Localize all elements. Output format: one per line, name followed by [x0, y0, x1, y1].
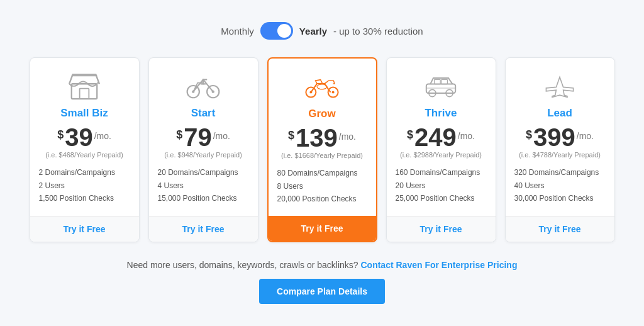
plan-card-grow: Grow $ 139 /mo. (i.e. $1668/Yearly Prepa…: [267, 57, 377, 242]
plan-cta-wrapper: Try it Free: [30, 216, 139, 242]
plan-name-small-biz: Small Biz: [60, 107, 108, 120]
reduction-text: - up to 30% reduction: [333, 26, 423, 37]
svg-point-10: [332, 91, 335, 94]
plan-cta-start[interactable]: Try it Free: [149, 216, 258, 242]
plan-feature: 40 Users: [514, 179, 606, 192]
plan-price-grow: $ 139 /mo.: [288, 125, 356, 150]
plan-cta-small-biz[interactable]: Try it Free: [30, 216, 139, 242]
svg-rect-16: [441, 80, 448, 84]
plan-features: 320 Domains/Campaigns40 Users30,000 Posi…: [514, 166, 606, 205]
plan-name-lead: Lead: [547, 107, 572, 120]
plan-feature: 1,500 Position Checks: [39, 192, 130, 205]
plan-feature: 2 Users: [39, 179, 130, 192]
price-amount: 399: [533, 125, 575, 150]
plan-features: 160 Domains/Campaigns20 Users25,000 Posi…: [396, 166, 487, 205]
plan-name-grow: Grow: [308, 108, 335, 120]
plan-features: 2 Domains/Campaigns2 Users1,500 Position…: [39, 166, 130, 205]
svg-rect-12: [426, 84, 455, 93]
plan-yearly: (i.e. $1668/Yearly Prepaid): [281, 152, 363, 159]
plan-price-start: $ 79 /mo.: [176, 125, 230, 150]
price-dollar: $: [526, 128, 532, 142]
plan-icon-grow: [304, 70, 340, 103]
plan-feature: 25,000 Position Checks: [396, 192, 487, 205]
plan-cta-lead[interactable]: Try it Free: [506, 216, 614, 242]
plan-yearly: (i.e. $4788/Yearly Prepaid): [519, 151, 601, 159]
plan-cta-grow[interactable]: Try it Free: [269, 216, 376, 241]
plan-feature: 80 Domains/Campaigns: [277, 167, 367, 179]
price-amount: 39: [65, 125, 93, 150]
plan-cta-wrapper: Try it Free: [269, 216, 376, 241]
price-mo: /mo.: [339, 132, 356, 142]
plan-cta-wrapper: Try it Free: [149, 216, 258, 242]
plan-features: 80 Domains/Campaigns8 Users20,000 Positi…: [277, 167, 367, 205]
plan-card-lead: Lead $ 399 /mo. (i.e. $4788/Yearly Prepa…: [505, 57, 615, 242]
plan-cta-wrapper: Try it Free: [387, 216, 496, 242]
plan-icon-thrive: [423, 69, 458, 102]
price-amount: 139: [296, 125, 338, 150]
plan-name-thrive: Thrive: [425, 107, 457, 120]
plan-icon-small-biz: [67, 69, 102, 102]
plan-cta-wrapper: Try it Free: [506, 216, 614, 242]
plan-cta-thrive[interactable]: Try it Free: [387, 216, 496, 242]
plans-container: Small Biz $ 39 /mo. (i.e. $468/Yearly Pr…: [30, 57, 615, 242]
billing-toggle: Monthly Yearly - up to 30% reduction: [221, 22, 423, 40]
plan-price-small-biz: $ 39 /mo.: [57, 125, 111, 150]
footer-section: Need more users, domains, keywords, craw…: [127, 260, 518, 304]
plan-icon-start: [186, 69, 221, 102]
plan-feature: 8 Users: [277, 180, 367, 193]
plan-price-thrive: $ 249 /mo.: [407, 125, 475, 150]
plan-feature: 160 Domains/Campaigns: [396, 166, 487, 179]
plan-card-small-biz: Small Biz $ 39 /mo. (i.e. $468/Yearly Pr…: [30, 57, 140, 242]
plan-feature: 15,000 Position Checks: [158, 192, 249, 205]
plan-card-start: Start $ 79 /mo. (i.e. $948/Yearly Prepai…: [148, 57, 258, 242]
price-mo: /mo.: [94, 131, 111, 141]
price-dollar: $: [176, 128, 182, 142]
plan-card-thrive: Thrive $ 249 /mo. (i.e. $2988/Yearly Pre…: [386, 57, 496, 242]
svg-point-11: [317, 84, 327, 89]
toggle-slider[interactable]: [260, 22, 293, 40]
plan-feature: 4 Users: [158, 179, 249, 192]
plan-feature: 30,000 Position Checks: [514, 192, 606, 205]
compare-button[interactable]: Compare Plan Details: [259, 279, 385, 304]
billing-toggle-switch[interactable]: [260, 22, 293, 40]
monthly-label: Monthly: [221, 26, 254, 37]
svg-rect-15: [435, 80, 441, 84]
footer-text: Need more users, domains, keywords, craw…: [127, 260, 518, 270]
plan-feature: 20 Domains/Campaigns: [158, 166, 249, 179]
plan-icon-lead: [542, 69, 577, 102]
enterprise-link[interactable]: Contact Raven For Enterprise Pricing: [360, 260, 517, 270]
price-amount: 249: [414, 125, 457, 150]
plan-features: 20 Domains/Campaigns4 Users15,000 Positi…: [158, 166, 249, 205]
plan-name-start: Start: [191, 107, 216, 120]
price-mo: /mo.: [458, 131, 475, 141]
price-mo: /mo.: [577, 131, 594, 141]
plan-yearly: (i.e. $468/Yearly Prepaid): [45, 151, 123, 159]
plan-yearly: (i.e. $948/Yearly Prepaid): [164, 151, 242, 159]
plan-yearly: (i.e. $2988/Yearly Prepaid): [400, 151, 482, 159]
price-dollar: $: [288, 129, 294, 142]
yearly-label: Yearly: [299, 26, 327, 37]
plan-price-lead: $ 399 /mo.: [526, 125, 594, 150]
svg-rect-1: [80, 89, 89, 99]
plan-feature: 320 Domains/Campaigns: [514, 166, 606, 179]
plan-feature: 2 Domains/Campaigns: [39, 166, 130, 179]
price-mo: /mo.: [213, 131, 230, 141]
price-dollar: $: [57, 128, 64, 142]
price-dollar: $: [407, 128, 413, 142]
price-amount: 79: [184, 125, 212, 150]
plan-feature: 20,000 Position Checks: [277, 193, 367, 205]
plan-feature: 20 Users: [396, 179, 487, 192]
